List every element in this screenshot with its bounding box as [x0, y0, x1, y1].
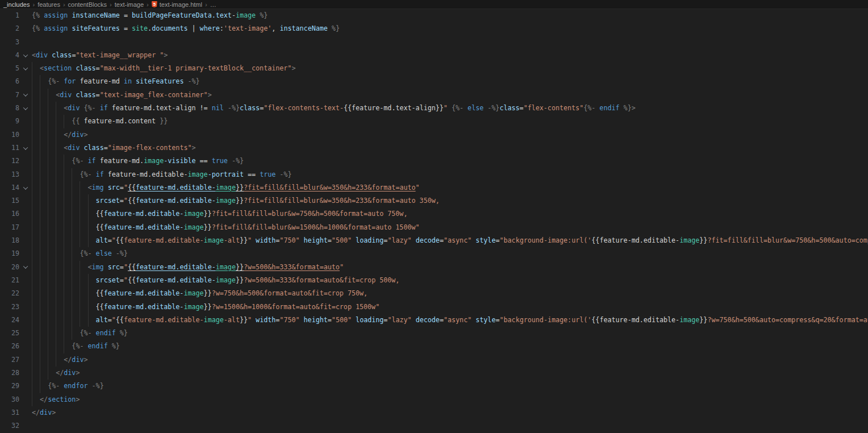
- code-line-6[interactable]: 6{%- for feature-md in siteFeatures -%}: [0, 75, 868, 88]
- code-token: image: [183, 210, 203, 218]
- indent-guides: [32, 327, 80, 340]
- code-line-7[interactable]: 7<div class="text-image_flex-container">: [0, 89, 868, 102]
- code-token: {{feature-md.text-align}}: [344, 104, 444, 112]
- line-number: 15: [0, 194, 19, 207]
- code-line-19[interactable]: 19{%- else -%}: [0, 247, 868, 260]
- line-number: 28: [0, 367, 19, 380]
- line-number: 26: [0, 340, 19, 353]
- code-token: "text-image_flex-container": [100, 91, 208, 99]
- breadcrumb-item-text-image[interactable]: text-image: [115, 1, 144, 8]
- code-token: assign: [44, 11, 72, 19]
- code-line-11[interactable]: 11<div class="image-flex-contents">: [0, 141, 868, 155]
- code-token: if: [96, 170, 108, 178]
- code-line-23[interactable]: 23{{feature-md.editable-image}}?w=1500&h…: [0, 301, 868, 314]
- code-line-16[interactable]: 16{{feature-md.editable-image}}?fit=fill…: [0, 207, 868, 220]
- code-line-14[interactable]: 14<img src="{{feature-md.editable-image}…: [0, 181, 868, 194]
- breadcrumb: _includes›features›contentBlocks›text-im…: [0, 0, 868, 9]
- code-token: }}: [204, 223, 212, 231]
- code-line-4[interactable]: 4<div class="text-image__wrapper ">: [0, 49, 868, 62]
- fold-spacer: [19, 168, 32, 181]
- indent-guides: [32, 128, 64, 141]
- code-token: image: [183, 303, 203, 311]
- code-token: srcset: [96, 276, 120, 284]
- code-token: image: [204, 236, 224, 244]
- code-line-29[interactable]: 29{%- endfor -%}: [0, 380, 868, 393]
- breadcrumb-item-features[interactable]: features: [37, 1, 60, 8]
- code-line-17[interactable]: 17{{feature-md.editable-image}}?fit=fill…: [0, 221, 868, 234]
- fold-chevron-icon[interactable]: [19, 141, 32, 155]
- html5-file-icon: 5: [152, 1, 157, 7]
- code-line-10[interactable]: 10</div>: [0, 128, 868, 141]
- indent-guides: [32, 62, 40, 75]
- code-line-8[interactable]: 8<div {%- if feature-md.text-align != ni…: [0, 102, 868, 115]
- code-token: >: [164, 51, 168, 59]
- code-token: div: [60, 91, 76, 99]
- code-line-25[interactable]: 25{%- endif %}: [0, 327, 868, 340]
- fold-chevron-icon[interactable]: [19, 261, 32, 274]
- code-token: image: [183, 289, 203, 297]
- fold-spacer: [19, 419, 32, 432]
- code-token: <: [32, 51, 36, 59]
- breadcrumb-item-text-image-html[interactable]: text-image.html: [160, 1, 202, 8]
- code-token: endif: [96, 329, 120, 337]
- line-number: 32: [0, 419, 19, 432]
- code-line-27[interactable]: 27</div>: [0, 353, 868, 367]
- code-token: =: [96, 64, 100, 72]
- code-token: =: [108, 236, 112, 244]
- code-line-9[interactable]: 9{{ feature-md.content }}: [0, 115, 868, 128]
- fold-spacer: [19, 406, 32, 419]
- indent-guides: [32, 367, 56, 380]
- fold-spacer: [19, 247, 32, 260]
- code-line-26[interactable]: 26{%- endif %}: [0, 340, 868, 353]
- code-token: =: [96, 91, 100, 99]
- chevron-down-icon: [23, 65, 28, 70]
- code-line-31[interactable]: 31</div>: [0, 406, 868, 419]
- code-line-28[interactable]: 28</div>: [0, 367, 868, 380]
- breadcrumb-item-[interactable]: …: [210, 1, 216, 8]
- code-token: feature-md.editable-: [108, 170, 188, 178]
- code-line-21[interactable]: 21srcset="{{feature-md.editable-image}}?…: [0, 274, 868, 287]
- code-token: "background-image:url(': [499, 236, 591, 244]
- code-token: image: [204, 316, 224, 324]
- indent-guides: [32, 287, 96, 300]
- indent-guides: [32, 102, 64, 115]
- code-line-13[interactable]: 13{%- if feature-md.editable-image-portr…: [0, 168, 868, 181]
- code-token: "750": [279, 316, 303, 324]
- code-token: {{: [128, 197, 136, 205]
- fold-chevron-icon[interactable]: [19, 181, 32, 194]
- code-token: src: [108, 184, 120, 191]
- breadcrumb-item-contentblocks[interactable]: contentBlocks: [68, 1, 107, 8]
- code-token: }}: [240, 236, 248, 244]
- code-line-20[interactable]: 20<img src="{{feature-md.editable-image}…: [0, 261, 868, 274]
- code-token: ": [248, 316, 256, 324]
- fold-chevron-icon[interactable]: [19, 102, 32, 115]
- line-number: 27: [0, 353, 19, 367]
- line-number: 8: [0, 102, 19, 115]
- code-line-30[interactable]: 30</section>: [0, 393, 868, 406]
- fold-chevron-icon[interactable]: [19, 49, 32, 62]
- editor-code-area[interactable]: 1{% assign instanceName = buildPageFeatu…: [0, 9, 868, 433]
- code-token: image: [144, 157, 164, 165]
- fold-chevron-icon[interactable]: [19, 89, 32, 102]
- indent-guides: [32, 234, 96, 247]
- code-token: div: [40, 409, 52, 417]
- code-line-22[interactable]: 22{{feature-md.editable-image}}?w=750&h=…: [0, 287, 868, 300]
- fold-chevron-icon[interactable]: [19, 62, 32, 75]
- code-line-24[interactable]: 24alt="{{feature-md.editable-image-alt}}…: [0, 314, 868, 327]
- code-line-3[interactable]: 3: [0, 36, 868, 49]
- code-line-18[interactable]: 18alt="{{feature-md.editable-image-alt}}…: [0, 234, 868, 247]
- breadcrumb-item-includes[interactable]: _includes: [3, 1, 30, 8]
- code-token: {{: [128, 184, 136, 191]
- code-line-2[interactable]: 2{% assign siteFeatures = site.documents…: [0, 22, 868, 35]
- code-line-1[interactable]: 1{% assign instanceName = buildPageFeatu…: [0, 9, 868, 22]
- code-line-32[interactable]: 32: [0, 419, 868, 432]
- code-line-15[interactable]: 15srcset="{{feature-md.editable-image}}?…: [0, 194, 868, 207]
- code-token: =: [520, 104, 524, 112]
- indent-guides: [32, 353, 64, 367]
- fold-spacer: [19, 128, 32, 141]
- code-line-5[interactable]: 5<section class="max-width__tier-1 prima…: [0, 62, 868, 75]
- code-token: %}: [624, 104, 632, 112]
- code-token: height: [304, 316, 328, 324]
- code-line-12[interactable]: 12{%- if feature-md.image-visible == tru…: [0, 155, 868, 168]
- code-text: {%- if feature-md.editable-image-portrai…: [32, 168, 868, 181]
